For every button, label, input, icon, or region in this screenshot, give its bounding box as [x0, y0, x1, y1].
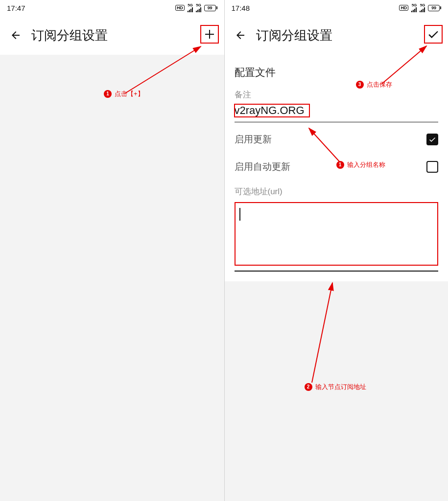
hd-icon: HD	[175, 5, 185, 11]
form-body: 配置文件 备注 v2rayNG.ORG 启用更新 启用自动更新 可选地址(url…	[225, 55, 448, 501]
status-bar: 17:48 HD 5G 5G 99	[225, 0, 448, 16]
signal-1-icon: 5G	[411, 3, 417, 12]
status-bar: 17:47 HD 5G 5G 99	[0, 0, 224, 16]
battery-icon: 99	[204, 5, 217, 11]
empty-body	[0, 55, 224, 501]
url-input[interactable]	[235, 202, 439, 266]
add-button[interactable]	[201, 25, 218, 43]
back-button[interactable]	[230, 24, 251, 46]
check-icon	[427, 28, 440, 41]
enable-auto-update-label: 启用自动更新	[235, 160, 290, 173]
enable-update-checkbox[interactable]	[426, 134, 438, 145]
hd-icon: HD	[399, 5, 408, 11]
save-button[interactable]	[424, 25, 442, 43]
check-icon	[428, 136, 436, 143]
app-bar: 订阅分组设置	[0, 16, 224, 55]
plus-icon	[204, 28, 215, 40]
remark-input[interactable]: v2rayNG.ORG	[235, 102, 439, 122]
status-icons: HD 5G 5G 99	[175, 3, 217, 12]
enable-auto-update-checkbox[interactable]	[426, 161, 438, 173]
status-time: 17:47	[7, 4, 25, 12]
url-underline	[235, 271, 439, 272]
screen-subscription-list: 17:47 HD 5G 5G 99 订阅分组设置	[0, 0, 224, 501]
battery-icon: 99	[428, 5, 441, 11]
signal-1-icon: 5G	[188, 3, 193, 12]
signal-2-icon: 5G	[196, 3, 201, 12]
url-label: 可选地址(url)	[225, 177, 448, 199]
page-title: 订阅分组设置	[31, 27, 108, 44]
remark-value: v2rayNG.ORG	[235, 104, 309, 117]
remark-label: 备注	[225, 84, 448, 102]
back-button[interactable]	[5, 24, 26, 46]
enable-update-label: 启用更新	[235, 133, 272, 146]
text-cursor	[239, 208, 240, 221]
status-time: 17:48	[232, 4, 250, 12]
signal-2-icon: 5G	[420, 3, 425, 12]
screen-subscription-edit: 17:48 HD 5G 5G 99 订阅分组设置	[224, 0, 448, 501]
section-title: 配置文件	[225, 55, 448, 84]
app-bar: 订阅分组设置	[225, 16, 448, 55]
status-icons: HD 5G 5G 99	[399, 3, 441, 12]
page-title: 订阅分组设置	[256, 27, 332, 44]
